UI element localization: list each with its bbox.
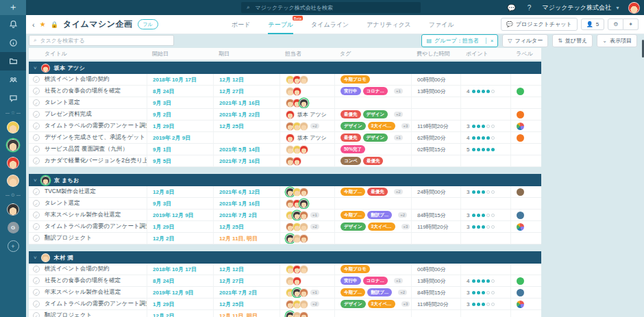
global-search-input[interactable]: ⌕ マジックテック株式会社を検索 — [241, 2, 421, 13]
columns-button[interactable]: ⌄ 表示項目 — [597, 34, 637, 47]
project-settings-button[interactable]: ⚙ — [608, 18, 623, 30]
task-checkbox[interactable]: ✓ — [33, 235, 40, 242]
sidebar-chat-button[interactable] — [0, 89, 26, 107]
tab-ボード[interactable]: ボード — [232, 15, 250, 34]
clear-group-icon[interactable]: × — [486, 38, 498, 44]
point-dot — [491, 90, 495, 93]
column-header-6[interactable]: ポイント — [460, 48, 510, 60]
guest-badge[interactable]: G — [8, 222, 19, 233]
task-checkbox[interactable]: ✓ — [33, 188, 40, 195]
sidebar-team-button[interactable] — [0, 71, 26, 89]
company-menu[interactable]: マジックテック株式会社 ▼ — [543, 3, 620, 12]
table-row[interactable]: ✓TVCM製作会社選定12月 8日2021年 6月 12日今期プ…最優先+224… — [29, 186, 541, 198]
tab-テーブル[interactable]: テーブルBeta — [268, 15, 293, 34]
label-cell — [510, 144, 541, 155]
assignee-avatar — [299, 199, 308, 208]
column-header-2[interactable]: 期日 — [213, 48, 280, 60]
task-checkbox[interactable]: ✓ — [33, 111, 40, 118]
sidebar-member-avatar[interactable] — [7, 139, 19, 151]
group-icon: ▤ — [427, 38, 432, 44]
table-row[interactable]: ✓タイムトラベルの需要のアンケート調査1月 29日12月 25日+2デザイン3大… — [29, 121, 541, 132]
table-row[interactable]: ✓サービス品質 覆面調査（九州）9月 1日2021年 5月 14日50%完了02… — [29, 144, 541, 155]
task-checkbox[interactable]: ✓ — [33, 157, 40, 164]
task-checkbox[interactable]: ✓ — [33, 223, 40, 230]
column-header-4[interactable]: タグ — [334, 48, 411, 60]
column-header-1[interactable]: 開始日 — [147, 48, 213, 60]
invite-member-icon[interactable]: + — [8, 240, 19, 252]
due-date-cell: 12月 25日 — [213, 221, 280, 232]
tab-アナリティクス[interactable]: アナリティクス — [367, 15, 410, 34]
column-header-3[interactable]: 担当者 — [280, 48, 334, 60]
table-row[interactable]: ✓プレゼン資料完成9月 2日2021年 1月 22日坂本 アツシ最優先デザイン+… — [29, 109, 541, 121]
sidebar-activity-button[interactable] — [0, 34, 26, 52]
table-row[interactable]: ✓カナダで軽量化バージョンを2台売り上げる9月 5日2021年 7月 16日コン… — [29, 155, 541, 167]
table-row[interactable]: ✓社長との食事会の場所を確定8月 24日12月 27日実行中コロナ…+113時間… — [29, 86, 541, 97]
project-chat-button[interactable]: 💬 プロジェクトチャット — [501, 18, 578, 31]
task-checkbox[interactable]: ✓ — [33, 212, 40, 218]
help-icon[interactable]: ? — [525, 4, 534, 12]
task-checkbox[interactable]: ✓ — [33, 146, 40, 153]
tags-cell: 最優先デザイン+1 — [334, 132, 411, 143]
group-header[interactable]: ˅木村 潤 — [29, 251, 541, 264]
table-row[interactable]: ✓タレント選定9月 3日2021年 1月 16日 — [29, 198, 541, 210]
sidebar-member-avatar[interactable] — [7, 203, 19, 216]
task-checkbox[interactable]: ✓ — [33, 301, 40, 307]
table-row[interactable]: ✓翻訳プロジェクト12月 2日12月 11日, 明日 — [29, 310, 541, 317]
task-checkbox[interactable]: ✓ — [33, 123, 40, 129]
column-header-7[interactable]: ラベル — [510, 48, 541, 60]
user-avatar[interactable] — [628, 2, 640, 14]
due-date: 2021年 1月 16日 — [219, 99, 260, 107]
group-header[interactable]: ˅京 まちお — [29, 174, 541, 186]
task-checkbox[interactable]: ✓ — [33, 200, 40, 207]
point-dot — [482, 125, 485, 128]
tab-ファイル[interactable]: ファイル — [429, 15, 454, 34]
task-checkbox[interactable]: ✓ — [33, 76, 40, 83]
sidebar-notifications-button[interactable] — [0, 15, 26, 34]
point-dot — [482, 136, 485, 140]
filter-button[interactable]: ▽ フィルター — [502, 34, 548, 47]
time-spent: 84時間15分 — [417, 212, 446, 219]
table-row[interactable]: ✓デザインを完成させて、承認をゲット2019年 2月 9日坂本 アツシ最優先デザ… — [29, 132, 541, 144]
point-dot — [491, 279, 495, 283]
point-dot — [472, 125, 475, 128]
column-header-0[interactable]: タイトル — [29, 48, 147, 60]
sidebar-projects-button[interactable] — [0, 52, 26, 71]
column-header-5[interactable]: 費やした時間 — [411, 48, 460, 60]
project-shortcuts-button[interactable]: ✦ — [623, 18, 639, 30]
table-row[interactable]: ✓横浜イベント会場の契約2018年 10月 17日12月 12日今期プロモ00時… — [29, 74, 541, 86]
tab-タイムライン[interactable]: タイムライン — [311, 15, 349, 34]
table-row[interactable]: ✓タイムトラベルの需要のアンケート調査1月 29日12月 25日+2デザイン3大… — [29, 221, 541, 233]
sort-button[interactable]: ⇅ 並び替え — [552, 34, 593, 47]
task-checkbox[interactable]: ✓ — [33, 277, 40, 284]
tags-cell: 実行中コロナ…+1 — [334, 86, 411, 97]
table-row[interactable]: ✓タイムトラベルの需要のアンケート調査1月 29日12月 25日+2デザイン3大… — [29, 299, 541, 310]
table-row[interactable]: ✓年末スペシャル製作会社選定2019年 12月 9日2021年 7月 2日+1今… — [29, 287, 541, 299]
back-button[interactable]: ‹ — [32, 21, 35, 29]
assignee-cell: 坂本 アツシ — [280, 109, 334, 120]
task-checkbox[interactable]: ✓ — [33, 312, 40, 317]
group-by-button[interactable]: ▤ グループ：担当者 × — [421, 34, 499, 47]
sidebar-member-avatar[interactable] — [7, 157, 19, 169]
task-checkbox[interactable]: ✓ — [33, 88, 40, 94]
points-cell — [460, 264, 510, 275]
task-search-input[interactable]: ⌕ タスクを検索する — [29, 35, 174, 46]
group-header[interactable]: ˅坂本 アツシ — [29, 62, 541, 74]
table-row[interactable]: ✓年末スペシャル製作会社選定2019年 12月 9日2021年 7月 2日+1今… — [29, 210, 541, 221]
task-checkbox[interactable]: ✓ — [33, 289, 40, 296]
start-date: 1月 29日 — [153, 123, 175, 130]
label-cell — [510, 121, 541, 131]
task-checkbox[interactable]: ✓ — [33, 134, 40, 141]
global-add-button[interactable]: ＋ — [0, 0, 26, 15]
table-row[interactable]: ✓横浜イベント会場の契約2018年 10月 17日12月 12日今期プロモ00時… — [29, 264, 541, 275]
favorite-star-icon[interactable]: ★ — [40, 21, 46, 28]
time-cell: 24時間00分 — [411, 186, 460, 197]
topbar-chat-icon[interactable]: 💬 — [507, 4, 517, 12]
task-checkbox[interactable]: ✓ — [33, 266, 40, 272]
table-row[interactable]: ✓翻訳プロジェクト12月 2日12月 11日, 明日 — [29, 233, 541, 244]
task-checkbox[interactable]: ✓ — [33, 99, 40, 106]
table-row[interactable]: ✓タレント選定9月 3日2021年 1月 16日 — [29, 97, 541, 109]
table-row[interactable]: ✓社長との食事会の場所を確定8月 24日12月 27日実行中コロナ…+113時間… — [29, 275, 541, 287]
sidebar-member-avatar[interactable] — [7, 175, 19, 187]
members-count-button[interactable]: 👤 5 — [581, 18, 604, 30]
sidebar-member-avatar[interactable] — [7, 121, 19, 134]
